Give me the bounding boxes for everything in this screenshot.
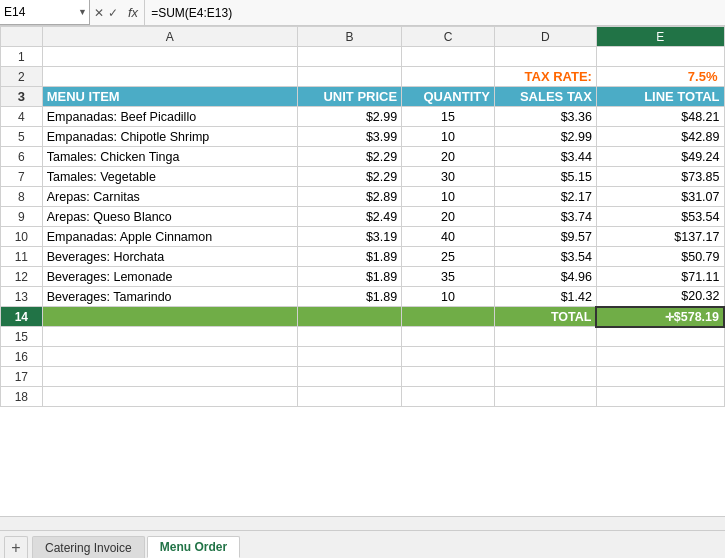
cell-d8[interactable]: $2.17 [494, 187, 596, 207]
cell-e17[interactable] [596, 367, 724, 387]
cell-a18[interactable] [42, 387, 297, 407]
cell-e5[interactable]: $42.89 [596, 127, 724, 147]
cell-b1[interactable] [297, 47, 401, 67]
cell-c14[interactable] [402, 307, 495, 327]
cell-a8[interactable]: Arepas: Carnitas [42, 187, 297, 207]
cell-a7[interactable]: Tamales: Vegetable [42, 167, 297, 187]
cell-d10[interactable]: $9.57 [494, 227, 596, 247]
cancel-icon[interactable]: ✕ [94, 6, 104, 20]
cell-e7[interactable]: $73.85 [596, 167, 724, 187]
cell-e6[interactable]: $49.24 [596, 147, 724, 167]
cell-c11[interactable]: 25 [402, 247, 495, 267]
cell-c17[interactable] [402, 367, 495, 387]
cell-b8[interactable]: $2.89 [297, 187, 401, 207]
col-header-d[interactable]: D [494, 27, 596, 47]
table-row: 11 Beverages: Horchata $1.89 25 $3.54 $5… [1, 247, 725, 267]
col-header-e[interactable]: E [596, 27, 724, 47]
tab-menu-order[interactable]: Menu Order [147, 536, 240, 558]
cell-d4[interactable]: $3.36 [494, 107, 596, 127]
cell-e9[interactable]: $53.54 [596, 207, 724, 227]
cell-d15[interactable] [494, 327, 596, 347]
cell-b6[interactable]: $2.29 [297, 147, 401, 167]
col-header-b[interactable]: B [297, 27, 401, 47]
cell-d9[interactable]: $3.74 [494, 207, 596, 227]
cell-a2[interactable] [42, 67, 297, 87]
cell-e15[interactable] [596, 327, 724, 347]
name-box[interactable]: E14 ▼ [0, 0, 90, 25]
cell-e11[interactable]: $50.79 [596, 247, 724, 267]
cell-b2[interactable] [297, 67, 401, 87]
cell-a13[interactable]: Beverages: Tamarindo [42, 287, 297, 307]
cell-d13[interactable]: $1.42 [494, 287, 596, 307]
cell-a11[interactable]: Beverages: Horchata [42, 247, 297, 267]
cell-a4[interactable]: Empanadas: Beef Picadillo [42, 107, 297, 127]
cell-c10[interactable]: 40 [402, 227, 495, 247]
cell-e12[interactable]: $71.11 [596, 267, 724, 287]
cell-e10[interactable]: $137.17 [596, 227, 724, 247]
tax-rate-label[interactable]: TAX RATE: [494, 67, 596, 87]
cell-d5[interactable]: $2.99 [494, 127, 596, 147]
cell-a17[interactable] [42, 367, 297, 387]
cell-e13[interactable]: $20.32 [596, 287, 724, 307]
cell-c6[interactable]: 20 [402, 147, 495, 167]
cell-d7[interactable]: $5.15 [494, 167, 596, 187]
cell-d1[interactable] [494, 47, 596, 67]
cell-c9[interactable]: 20 [402, 207, 495, 227]
cell-c18[interactable] [402, 387, 495, 407]
cell-e4[interactable]: $48.21 [596, 107, 724, 127]
horizontal-scrollbar[interactable] [0, 516, 725, 530]
cell-c5[interactable]: 10 [402, 127, 495, 147]
tab-catering-invoice[interactable]: Catering Invoice [32, 536, 145, 558]
cell-d12[interactable]: $4.96 [494, 267, 596, 287]
cell-b15[interactable] [297, 327, 401, 347]
cell-e1[interactable] [596, 47, 724, 67]
formula-input[interactable]: =SUM(E4:E13) [145, 6, 725, 20]
cell-b10[interactable]: $3.19 [297, 227, 401, 247]
cell-a1[interactable] [42, 47, 297, 67]
confirm-icon[interactable]: ✓ [108, 6, 118, 20]
cell-a16[interactable] [42, 347, 297, 367]
cell-e16[interactable] [596, 347, 724, 367]
cell-c1[interactable] [402, 47, 495, 67]
cell-a6[interactable]: Tamales: Chicken Tinga [42, 147, 297, 167]
cell-c13[interactable]: 10 [402, 287, 495, 307]
cell-e8[interactable]: $31.07 [596, 187, 724, 207]
cell-b12[interactable]: $1.89 [297, 267, 401, 287]
col-header-c[interactable]: C [402, 27, 495, 47]
cell-a15[interactable] [42, 327, 297, 347]
cell-d17[interactable] [494, 367, 596, 387]
cell-a10[interactable]: Empanadas: Apple Cinnamon [42, 227, 297, 247]
row-2: 2 TAX RATE: 7.5% [1, 67, 725, 87]
cell-d18[interactable] [494, 387, 596, 407]
cell-c4[interactable]: 15 [402, 107, 495, 127]
cell-b4[interactable]: $2.99 [297, 107, 401, 127]
cell-b7[interactable]: $2.29 [297, 167, 401, 187]
total-value-cell[interactable]: ✛ $578.19 [596, 307, 724, 327]
cell-d6[interactable]: $3.44 [494, 147, 596, 167]
tax-rate-value[interactable]: 7.5% [596, 67, 724, 87]
cell-b13[interactable]: $1.89 [297, 287, 401, 307]
cell-b18[interactable] [297, 387, 401, 407]
cell-b5[interactable]: $3.99 [297, 127, 401, 147]
cell-b17[interactable] [297, 367, 401, 387]
cell-b9[interactable]: $2.49 [297, 207, 401, 227]
cell-e18[interactable] [596, 387, 724, 407]
cell-c8[interactable]: 10 [402, 187, 495, 207]
col-header-a[interactable]: A [42, 27, 297, 47]
cell-b11[interactable]: $1.89 [297, 247, 401, 267]
cell-a12[interactable]: Beverages: Lemonade [42, 267, 297, 287]
cell-d16[interactable] [494, 347, 596, 367]
cell-c12[interactable]: 35 [402, 267, 495, 287]
cell-a5[interactable]: Empanadas: Chipotle Shrimp [42, 127, 297, 147]
add-sheet-button[interactable]: + [4, 536, 28, 558]
cell-b14[interactable] [297, 307, 401, 327]
cell-d11[interactable]: $3.54 [494, 247, 596, 267]
cell-c15[interactable] [402, 327, 495, 347]
cell-c16[interactable] [402, 347, 495, 367]
cell-a9[interactable]: Arepas: Queso Blanco [42, 207, 297, 227]
cell-c7[interactable]: 30 [402, 167, 495, 187]
cell-b16[interactable] [297, 347, 401, 367]
cell-c2[interactable] [402, 67, 495, 87]
cell-a14[interactable] [42, 307, 297, 327]
name-box-dropdown-icon[interactable]: ▼ [78, 7, 87, 17]
